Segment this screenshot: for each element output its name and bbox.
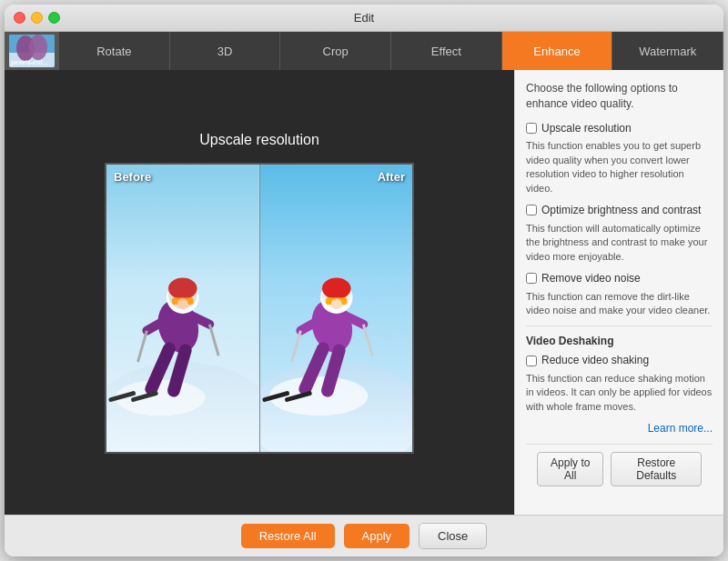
preview-panel: Upscale resolution Before bbox=[5, 70, 514, 515]
svg-point-37 bbox=[330, 298, 341, 309]
thumbnail-preview: pexels-cot... bbox=[9, 35, 55, 67]
close-button-bottom[interactable]: Close bbox=[419, 523, 487, 549]
maximize-button[interactable] bbox=[48, 12, 60, 24]
tab-bar: pexels-cot... Rotate 3D Crop Effect Enha… bbox=[5, 32, 723, 70]
restore-all-button[interactable]: Restore All bbox=[241, 524, 335, 548]
brightness-checkbox[interactable] bbox=[526, 205, 537, 215]
after-label: After bbox=[378, 170, 405, 184]
noise-checkbox-label[interactable]: Remove video noise bbox=[526, 271, 713, 286]
traffic-lights bbox=[14, 12, 60, 24]
apply-to-all-button[interactable]: Apply to All bbox=[537, 452, 603, 486]
before-image bbox=[106, 165, 259, 452]
minimize-button[interactable] bbox=[31, 12, 43, 24]
title-bar: Edit bbox=[5, 5, 723, 32]
noise-desc: This function can remove the dirt-like v… bbox=[526, 290, 713, 318]
tab-crop[interactable]: Crop bbox=[280, 32, 391, 70]
thumb-label: pexels-cot... bbox=[11, 59, 47, 65]
main-window: Edit pexels-cot... Rotate 3D Crop Eff bbox=[5, 5, 723, 556]
noise-option: Remove video noise This function can rem… bbox=[526, 271, 713, 318]
settings-panel: Choose the following options to enhance … bbox=[514, 70, 723, 515]
content-area: Upscale resolution Before bbox=[5, 70, 723, 515]
tab-rotate[interactable]: Rotate bbox=[59, 32, 170, 70]
upscale-desc: This function enables you to get superb … bbox=[526, 139, 713, 195]
upscale-label: Upscale resolution bbox=[541, 121, 632, 136]
upscale-option: Upscale resolution This function enables… bbox=[526, 121, 713, 195]
tab-3d[interactable]: 3D bbox=[170, 32, 281, 70]
before-after-container: Before bbox=[105, 163, 414, 454]
window-title: Edit bbox=[354, 11, 374, 25]
before-label: Before bbox=[114, 170, 151, 184]
close-button[interactable] bbox=[14, 12, 25, 24]
svg-point-18 bbox=[168, 277, 197, 299]
deshaking-checkbox[interactable] bbox=[526, 356, 537, 366]
upscale-checkbox[interactable] bbox=[526, 123, 537, 134]
svg-point-6 bbox=[116, 379, 206, 415]
noise-checkbox[interactable] bbox=[526, 273, 537, 284]
brightness-desc: This function will automatically optimiz… bbox=[526, 222, 713, 264]
bottom-bar: Restore All Apply Close bbox=[5, 515, 723, 556]
before-panel: Before bbox=[106, 165, 260, 452]
after-panel: After bbox=[260, 165, 413, 452]
apply-button[interactable]: Apply bbox=[344, 524, 410, 548]
file-thumbnail: pexels-cot... bbox=[5, 32, 59, 70]
restore-defaults-button[interactable]: Restore Defaults bbox=[611, 452, 702, 486]
deshaking-label: Reduce video shaking bbox=[541, 353, 649, 368]
learn-more-link[interactable]: Learn more... bbox=[526, 421, 713, 436]
deshaking-section: Video Deshaking Reduce video shaking Thi… bbox=[526, 334, 713, 437]
tab-enhance[interactable]: Enhance bbox=[502, 32, 613, 70]
skier-after-svg bbox=[260, 165, 413, 452]
deshaking-title: Video Deshaking bbox=[526, 334, 713, 349]
preview-title: Upscale resolution bbox=[199, 132, 319, 148]
after-image bbox=[260, 165, 413, 452]
deshaking-checkbox-label[interactable]: Reduce video shaking bbox=[526, 353, 713, 368]
brightness-label: Optimize brightness and contrast bbox=[541, 203, 701, 218]
upscale-checkbox-label[interactable]: Upscale resolution bbox=[526, 121, 713, 136]
svg-point-3 bbox=[29, 35, 47, 60]
tab-effect[interactable]: Effect bbox=[391, 32, 502, 70]
tab-watermark[interactable]: Watermark bbox=[612, 32, 723, 70]
brightness-option: Optimize brightness and contrast This fu… bbox=[526, 203, 713, 264]
brightness-checkbox-label[interactable]: Optimize brightness and contrast bbox=[526, 203, 713, 218]
svg-point-20 bbox=[177, 298, 188, 309]
divider bbox=[526, 326, 713, 326]
settings-intro: Choose the following options to enhance … bbox=[526, 81, 713, 112]
skier-before-svg bbox=[106, 165, 259, 452]
noise-label: Remove video noise bbox=[541, 271, 641, 286]
deshaking-desc: This function can reduce shaking motion … bbox=[526, 372, 713, 414]
apply-row: Apply to All Restore Defaults bbox=[526, 444, 713, 494]
svg-point-35 bbox=[321, 277, 350, 299]
